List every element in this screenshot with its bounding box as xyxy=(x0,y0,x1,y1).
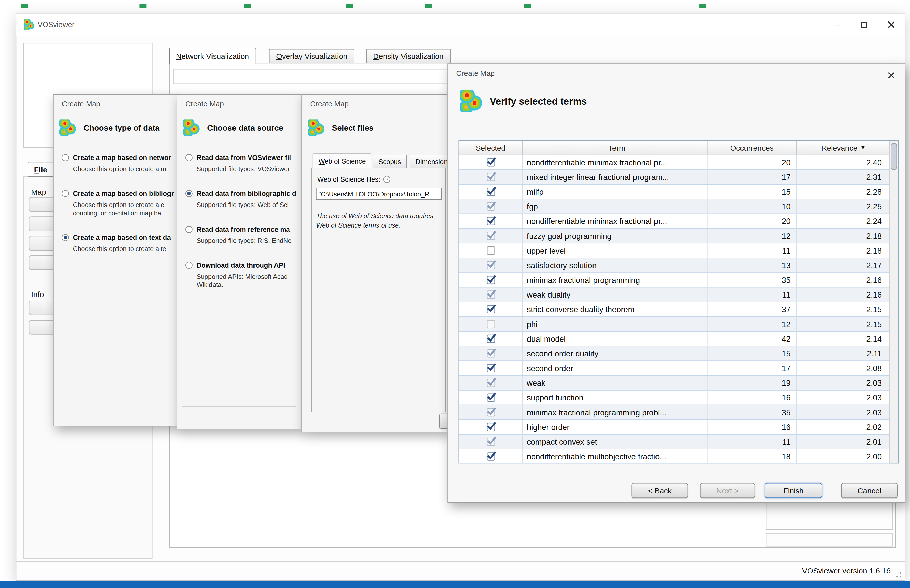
radio-icon[interactable] xyxy=(185,226,193,233)
tab-overlay-visualization[interactable]: Overlay Visualization xyxy=(269,49,355,63)
table-row[interactable]: dual model 42 2.14 xyxy=(459,332,890,346)
term-checkbox[interactable] xyxy=(486,438,495,446)
term-checkbox[interactable] xyxy=(486,349,495,358)
scrollbar-thumb[interactable] xyxy=(891,143,897,170)
table-row[interactable]: nondifferentiable multiobjective fractio… xyxy=(459,449,890,464)
radio-option[interactable]: Create a map based on networ Choose this… xyxy=(62,153,178,173)
term-checkbox[interactable] xyxy=(486,291,495,299)
dialog-title: Create Map xyxy=(185,100,224,108)
term-checkbox[interactable] xyxy=(486,408,495,417)
dialog-close-button[interactable] xyxy=(886,70,897,81)
radio-option[interactable]: Create a map based on text da Choose thi… xyxy=(62,234,178,253)
terms-table-header: Selected Term Occurrences Relevance ▼ xyxy=(459,141,890,155)
term-checkbox[interactable] xyxy=(486,158,495,166)
table-row[interactable]: fuzzy goal programming 12 2.18 xyxy=(459,229,890,244)
occurrences-cell: 13 xyxy=(708,258,797,272)
tab-label: Overlay Visualization xyxy=(276,52,347,61)
tab-file[interactable]: File xyxy=(28,162,53,177)
radio-icon[interactable] xyxy=(62,154,69,161)
table-row[interactable]: fgp 10 2.25 xyxy=(459,199,890,214)
cancel-button[interactable]: Cancel xyxy=(841,483,898,498)
term-checkbox[interactable] xyxy=(486,320,495,328)
column-header-term[interactable]: Term xyxy=(523,141,708,155)
radio-option[interactable]: Read data from bibliographic d Supported… xyxy=(185,189,301,209)
term-cell: fuzzy goal programming xyxy=(523,229,708,243)
column-header-occurrences[interactable]: Occurrences xyxy=(708,141,797,155)
vertical-scrollbar[interactable] xyxy=(889,141,898,463)
term-checkbox[interactable] xyxy=(486,217,495,226)
terms-table: Selected Term Occurrences Relevance ▼ no… xyxy=(458,140,899,464)
table-row[interactable]: nondifferentiable minimax fractional pr.… xyxy=(459,155,890,170)
term-checkbox[interactable] xyxy=(486,335,495,343)
occurrences-cell: 11 xyxy=(708,435,797,449)
help-icon[interactable]: ? xyxy=(383,176,390,183)
relevance-cell: 2.18 xyxy=(797,229,890,243)
term-checkbox[interactable] xyxy=(486,423,495,431)
table-row[interactable]: minimax fractional programming probl... … xyxy=(459,405,890,420)
back-button[interactable]: < Back xyxy=(631,483,688,498)
radio-icon[interactable] xyxy=(62,190,69,197)
table-row[interactable]: minimax fractional programming 35 2.16 xyxy=(459,273,890,288)
finish-button[interactable]: Finish xyxy=(764,483,822,498)
maximize-button[interactable] xyxy=(850,14,878,36)
table-row[interactable]: weak 19 2.03 xyxy=(459,376,890,391)
table-row[interactable]: strict converse duality theorem 37 2.15 xyxy=(459,302,890,317)
term-checkbox[interactable] xyxy=(486,452,495,460)
taskbar-edge[interactable] xyxy=(0,581,910,588)
table-row[interactable]: compact convex set 11 2.01 xyxy=(459,435,890,449)
radio-option[interactable]: Create a map based on bibliogr Choose th… xyxy=(62,189,178,217)
table-row[interactable]: upper level 11 2.18 xyxy=(459,244,890,258)
create-map-dialog-verify: Create Map Verify selected terms Selecte… xyxy=(447,63,905,503)
table-row[interactable]: second order 17 2.08 xyxy=(459,361,890,376)
file-path-input[interactable]: "C:\Users\M.TOLOO\Dropbox\Toloo_R xyxy=(316,187,442,200)
map-group-label: Map xyxy=(31,187,46,196)
table-row[interactable]: support function 16 2.03 xyxy=(459,391,890,405)
term-checkbox[interactable] xyxy=(486,202,495,211)
option-desc: Supported file types: VOSviewer xyxy=(197,165,291,173)
table-row[interactable]: nondifferentiable minimax fractional pr.… xyxy=(459,214,890,229)
close-button[interactable] xyxy=(878,14,905,36)
license-note: The use of Web of Science data requires … xyxy=(316,211,441,230)
term-checkbox[interactable] xyxy=(486,394,495,402)
radio-option[interactable]: Download data through API Supported APIs… xyxy=(185,261,301,289)
radio-option[interactable]: Read data from reference ma Supported fi… xyxy=(185,225,301,245)
term-checkbox[interactable] xyxy=(486,276,495,284)
tab-dimensions[interactable]: Dimension xyxy=(410,155,449,168)
table-row[interactable]: mixed integer linear fractional program.… xyxy=(459,170,890,184)
term-checkbox[interactable] xyxy=(486,232,495,240)
radio-icon[interactable] xyxy=(185,262,193,269)
relevance-cell: 2.16 xyxy=(797,288,890,302)
term-cell: upper level xyxy=(523,244,708,258)
term-checkbox[interactable] xyxy=(486,261,495,270)
term-checkbox[interactable] xyxy=(486,379,495,387)
table-row[interactable]: higher order 16 2.02 xyxy=(459,420,890,435)
column-header-relevance[interactable]: Relevance ▼ xyxy=(797,141,890,155)
column-header-selected[interactable]: Selected xyxy=(459,141,523,155)
tab-network-visualization[interactable]: Network Visualization xyxy=(169,47,256,64)
table-row[interactable]: phi 12 2.15 xyxy=(459,317,890,332)
occurrences-cell: 10 xyxy=(708,199,797,213)
table-row[interactable]: second order duality 15 2.11 xyxy=(459,346,890,361)
desktop-icon-fragment xyxy=(699,3,706,8)
term-checkbox[interactable] xyxy=(486,305,495,314)
term-checkbox[interactable] xyxy=(486,173,495,181)
radio-icon[interactable] xyxy=(62,234,69,241)
term-checkbox[interactable] xyxy=(486,247,495,255)
term-checkbox[interactable] xyxy=(486,364,495,372)
tab-density-visualization[interactable]: Density Visualization xyxy=(366,49,450,63)
table-row[interactable]: satisfactory solution 13 2.17 xyxy=(459,258,890,273)
create-map-dialog-files: Create Map Select files Web of Science S… xyxy=(301,94,449,432)
minimize-button[interactable] xyxy=(824,14,850,36)
table-row[interactable]: milfp 15 2.28 xyxy=(459,185,890,199)
radio-icon[interactable] xyxy=(185,190,193,197)
resize-grip[interactable] xyxy=(896,572,902,578)
term-checkbox[interactable] xyxy=(486,187,495,196)
next-button[interactable]: Next > xyxy=(700,483,755,498)
tab-web-of-science[interactable]: Web of Science xyxy=(313,153,371,168)
radio-option[interactable]: Read data from VOSviewer fil Supported f… xyxy=(185,153,301,173)
term-cell: second order duality xyxy=(523,346,708,360)
radio-icon[interactable] xyxy=(185,154,193,161)
tab-scopus[interactable]: Scopus xyxy=(372,155,407,168)
title-bar[interactable]: VOSviewer xyxy=(16,14,905,36)
table-row[interactable]: weak duality 11 2.16 xyxy=(459,288,890,302)
